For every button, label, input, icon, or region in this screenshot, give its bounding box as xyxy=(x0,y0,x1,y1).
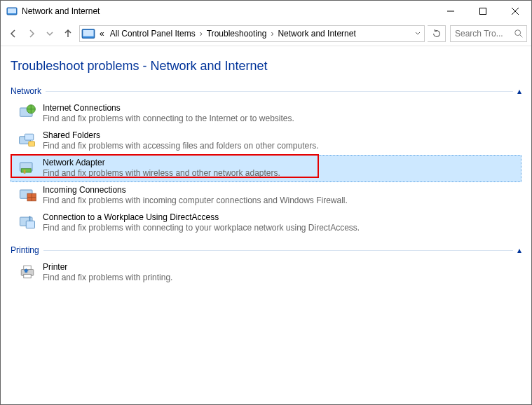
network-adapter-icon xyxy=(18,158,37,177)
search-input[interactable] xyxy=(453,28,514,39)
workplace-network-icon xyxy=(18,212,37,232)
window-controls xyxy=(435,1,531,22)
window-title: Network and Internet xyxy=(22,6,435,16)
section-printing: Printing ▴ Printer Find and fix problems… xyxy=(11,245,521,287)
item-description: Find and fix problems with connecting to… xyxy=(43,223,360,233)
svg-rect-25 xyxy=(24,266,32,269)
svg-rect-14 xyxy=(29,142,35,146)
item-description: Find and fix problems with wireless and … xyxy=(43,168,280,178)
section-network: Network ▴ Internet Connections Find and … xyxy=(11,86,521,237)
item-title: Network Adapter xyxy=(43,158,280,167)
item-title: Internet Connections xyxy=(43,103,294,113)
item-title: Connection to a Workplace Using DirectAc… xyxy=(43,212,360,222)
svg-point-8 xyxy=(515,30,521,36)
control-panel-window: Network and Internet « All Control Panel… xyxy=(0,0,532,405)
control-panel-icon xyxy=(6,6,18,17)
svg-rect-23 xyxy=(26,221,34,228)
printer-icon xyxy=(18,262,37,282)
troubleshooter-incoming-connections[interactable]: Incoming Connections Find and fix proble… xyxy=(11,182,521,210)
svg-rect-7 xyxy=(83,30,94,36)
page-title: Troubleshoot problems - Network and Inte… xyxy=(11,59,521,74)
back-button[interactable] xyxy=(5,25,22,42)
svg-rect-17 xyxy=(24,170,26,174)
item-description: Find and fix problems with connecting to… xyxy=(43,114,294,123)
chevron-right-icon: › xyxy=(269,29,275,39)
item-title: Incoming Connections xyxy=(43,185,348,195)
breadcrumb-overflow[interactable]: « xyxy=(97,26,107,41)
item-description: Find and fix problems with accessing fil… xyxy=(43,141,319,151)
search-icon xyxy=(514,29,524,39)
firewall-icon xyxy=(18,185,37,205)
section-header[interactable]: Network ▴ xyxy=(11,86,521,96)
shared-folder-icon xyxy=(18,130,37,150)
svg-rect-16 xyxy=(21,169,31,172)
troubleshooter-printer[interactable]: Printer Find and fix problems with print… xyxy=(11,259,521,287)
location-icon xyxy=(81,27,95,41)
recent-locations-button[interactable] xyxy=(41,25,58,42)
section-title: Printing xyxy=(11,245,39,255)
svg-line-9 xyxy=(520,35,523,38)
refresh-button[interactable] xyxy=(428,25,446,42)
section-header[interactable]: Printing ▴ xyxy=(11,245,521,255)
troubleshooter-network-adapter[interactable]: Network Adapter Find and fix problems wi… xyxy=(11,155,521,182)
close-button[interactable] xyxy=(499,1,531,22)
maximize-button[interactable] xyxy=(467,1,499,22)
svg-rect-13 xyxy=(25,134,34,140)
up-button[interactable] xyxy=(60,25,76,42)
svg-rect-3 xyxy=(480,8,486,15)
troubleshooter-shared-folders[interactable]: Shared Folders Find and fix problems wit… xyxy=(11,128,521,155)
navigation-toolbar: « All Control Panel Items › Troubleshoot… xyxy=(1,22,531,46)
item-title: Shared Folders xyxy=(43,130,319,140)
item-description: Find and fix problems with incoming comp… xyxy=(43,195,348,205)
troubleshooter-directaccess[interactable]: Connection to a Workplace Using DirectAc… xyxy=(11,210,521,237)
svg-rect-26 xyxy=(24,275,32,278)
svg-rect-1 xyxy=(8,8,16,13)
minimize-button[interactable] xyxy=(435,1,467,22)
troubleshooter-internet-connections[interactable]: Internet Connections Find and fix proble… xyxy=(11,100,521,128)
item-title: Printer xyxy=(43,262,172,272)
collapse-icon[interactable]: ▴ xyxy=(517,245,521,255)
forward-button[interactable] xyxy=(23,25,40,42)
collapse-icon[interactable]: ▴ xyxy=(517,86,521,96)
chevron-right-icon: › xyxy=(198,29,204,39)
search-box[interactable] xyxy=(450,25,527,42)
address-bar[interactable]: « All Control Panel Items › Troubleshoot… xyxy=(79,25,425,42)
section-title: Network xyxy=(11,86,41,96)
globe-monitor-icon xyxy=(18,103,37,123)
breadcrumb-item[interactable]: Network and Internet xyxy=(275,26,358,41)
titlebar: Network and Internet xyxy=(1,1,531,22)
breadcrumb-item[interactable]: Troubleshooting xyxy=(204,26,270,41)
address-dropdown-button[interactable] xyxy=(411,26,424,41)
divider xyxy=(43,250,513,251)
content-area: Troubleshoot problems - Network and Inte… xyxy=(1,46,531,404)
item-description: Find and fix problems with printing. xyxy=(43,273,172,282)
divider xyxy=(46,91,513,92)
breadcrumb-item[interactable]: All Control Panel Items xyxy=(107,26,198,41)
